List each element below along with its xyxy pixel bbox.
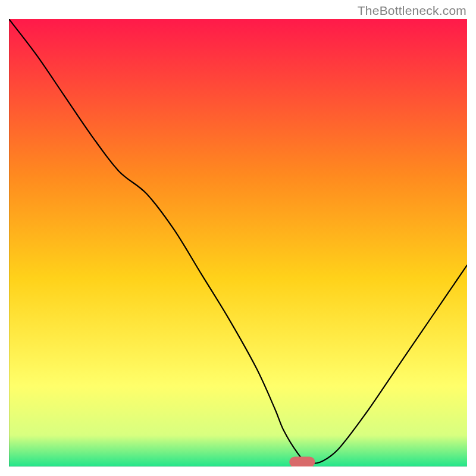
optimum-marker: [289, 456, 315, 466]
plot-svg: [9, 19, 467, 466]
attribution-text: TheBottleneck.com: [358, 4, 466, 18]
gradient-background: [9, 19, 467, 466]
chart-frame: TheBottleneck.com: [0, 0, 476, 476]
plot-area: [9, 19, 467, 466]
